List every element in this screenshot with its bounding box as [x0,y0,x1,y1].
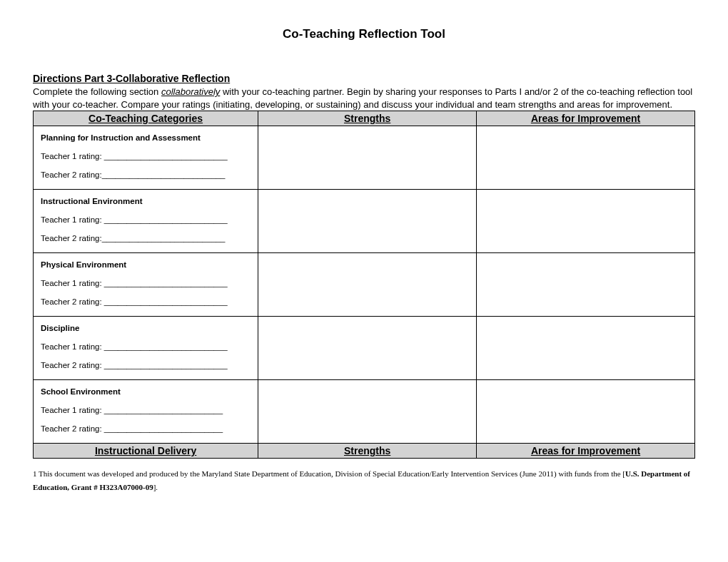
table-row: School Environment Teacher 1 rating: ___… [34,380,695,444]
header-categories: Co-Teaching Categories [34,111,258,126]
category-cell: Instructional Environment Teacher 1 rati… [34,190,258,253]
improvement-cell [477,317,695,380]
footnote-text1: This document was developed and produced… [37,469,625,478]
teacher2-rating: Teacher 2 rating: ______________________… [41,361,251,369]
teacher2-rating: Teacher 2 rating: ______________________… [41,424,251,433]
subheader-improvement: Areas for Improvement [477,444,695,459]
directions-heading: Directions Part 3-Collaborative Reflecti… [33,73,695,84]
table-row: Physical Environment Teacher 1 rating: _… [34,253,695,317]
category-cell: Physical Environment Teacher 1 rating: _… [34,253,258,317]
page-title: Co-Teaching Reflection Tool [33,27,695,41]
category-title: Physical Environment [41,260,251,269]
table-row: Discipline Teacher 1 rating: ___________… [34,317,695,380]
strengths-cell [258,190,477,253]
subheader-delivery: Instructional Delivery [34,444,258,459]
teacher1-rating: Teacher 1 rating: ______________________… [41,152,251,160]
teacher1-rating: Teacher 1 rating: ______________________… [41,215,251,224]
strengths-cell [258,126,477,190]
improvement-cell [477,380,695,444]
improvement-cell [477,126,695,190]
teacher2-rating: Teacher 2 rating:_______________________… [41,234,251,242]
improvement-cell [477,253,695,317]
category-cell: School Environment Teacher 1 rating: ___… [34,380,258,444]
directions-text: Complete the following section collabora… [33,86,695,111]
teacher2-rating: Teacher 2 rating: ______________________… [41,297,251,306]
category-title: Planning for Instruction and Assessment [41,133,251,142]
footnote: 1 This document was developed and produc… [33,467,695,494]
strengths-cell [258,380,477,444]
directions-emph: collaboratively [161,86,220,97]
strengths-cell [258,317,477,380]
category-title: Instructional Environment [41,197,251,205]
header-strengths: Strengths [258,111,477,126]
directions-pre: Complete the following section [33,86,161,97]
header-improvement: Areas for Improvement [477,111,695,126]
subheader-strengths: Strengths [258,444,477,459]
category-title: School Environment [41,387,251,396]
table-header-row: Co-Teaching Categories Strengths Areas f… [34,111,695,126]
category-title: Discipline [41,324,251,332]
table-row: Planning for Instruction and Assessment … [34,126,695,190]
table-subheader-row: Instructional Delivery Strengths Areas f… [34,444,695,459]
footnote-text2: ]. [153,483,158,491]
strengths-cell [258,253,477,317]
improvement-cell [477,190,695,253]
category-cell: Discipline Teacher 1 rating: ___________… [34,317,258,380]
reflection-table: Co-Teaching Categories Strengths Areas f… [33,111,695,459]
directions-block: Directions Part 3-Collaborative Reflecti… [33,73,695,111]
teacher2-rating: Teacher 2 rating:_______________________… [41,170,251,179]
table-row: Instructional Environment Teacher 1 rati… [34,190,695,253]
teacher1-rating: Teacher 1 rating: ______________________… [41,342,251,351]
teacher1-rating: Teacher 1 rating: ______________________… [41,279,251,287]
teacher1-rating: Teacher 1 rating: ______________________… [41,406,251,414]
category-cell: Planning for Instruction and Assessment … [34,126,258,190]
